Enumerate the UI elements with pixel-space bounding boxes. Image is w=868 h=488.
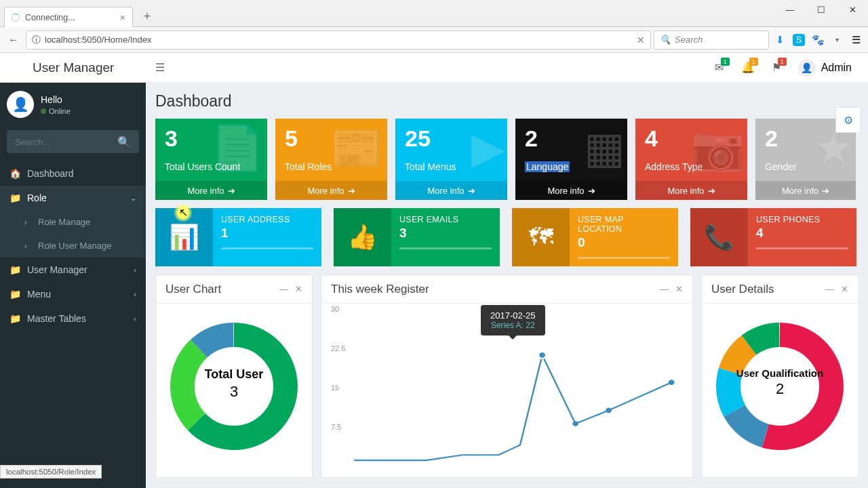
arrow-right-icon: ➔ [822,186,829,196]
menu-icon[interactable]: ☰ [848,32,864,48]
loading-spinner-icon [12,14,20,22]
more-info-link[interactable]: More info➔ [395,181,507,200]
url-input[interactable]: ⓘ localhost:5050/Home/Index ✕ [26,30,651,49]
info-value: 4 [756,226,848,241]
sidebar-search-input[interactable] [15,137,117,147]
user-greeting: Hello [41,94,71,105]
ytick: 15 [331,384,339,392]
more-info-link[interactable]: More info➔ [635,181,747,200]
info-icon: 👍 [334,208,391,266]
close-tab-icon[interactable]: × [120,12,125,23]
info-title: USER EMAILS [399,215,492,224]
stat-box-0[interactable]: 3 Total Users Count 📄 More info➔ [155,119,267,200]
minimize-button[interactable]: — [774,0,806,19]
close-window-button[interactable]: ✕ [837,0,868,19]
app-root: User Manager 👤 Hello Online 🔍 🏠Dashboard… [0,53,868,488]
search-placeholder: Search [675,35,703,45]
info-title: USER MAP LOCATION [578,215,670,234]
flags-icon[interactable]: ⚑1 [763,54,790,81]
panel-title: User Chart [165,283,221,296]
info-value: 3 [399,226,492,241]
messages-badge: 1 [721,58,730,66]
svg-point-5 [606,408,612,413]
svg-point-6 [669,380,675,385]
info-box-1[interactable]: 👍 USER EMAILS 3 [334,208,500,266]
nav-role[interactable]: 📁Role⌄ [0,186,146,210]
more-info-link[interactable]: More info➔ [275,181,387,200]
donut-total-user: Total User 3 [166,319,302,454]
content: Dashboard 3 Total Users Count 📄 More inf… [146,83,868,478]
more-info-link[interactable]: More info➔ [515,181,627,200]
brand-logo[interactable]: User Manager [0,53,146,83]
info-box-2[interactable]: 🗺 USER MAP LOCATION 0 [512,208,678,266]
tooltip-series: Series A: 22 [490,321,536,330]
sidebar-search[interactable]: 🔍 [7,130,139,153]
collapse-icon[interactable]: — [825,284,834,294]
close-icon[interactable]: ✕ [841,284,848,294]
download-icon[interactable]: ⬇ [772,32,788,48]
url-text: localhost:5050/Home/Index [45,35,152,45]
search-icon[interactable]: 🔍 [117,136,131,148]
dashboard-icon: 🏠 [9,168,20,179]
donut-value: 3 [166,383,302,401]
nav-role-user-manage[interactable]: ›Role User Manage [0,234,146,258]
collapse-icon[interactable]: — [660,284,669,294]
maximize-button[interactable]: ☐ [806,0,837,19]
info-value: 1 [221,226,313,241]
sidebar-toggle-icon[interactable]: ☰ [155,61,165,74]
chevron-left-icon: ‹ [134,314,136,323]
new-tab-button[interactable]: + [138,9,156,24]
nav-user-manager[interactable]: 📁User Manager‹ [0,258,146,282]
page-title: Dashboard [155,92,859,110]
folder-icon: 📁 [9,264,20,275]
clear-url-icon[interactable]: ✕ [637,35,645,45]
cursor-icon: ↖ [179,206,188,219]
arrow-right-icon: ➔ [348,186,355,196]
back-button[interactable]: ← [4,30,23,49]
tooltip-date: 2017-02-25 [490,310,536,321]
panel-user-details: User Details —✕ [701,274,859,478]
nav-menu[interactable]: 📁Menu‹ [0,282,146,306]
more-info-link[interactable]: More info➔ [755,181,856,200]
skype-icon[interactable]: S [791,32,807,48]
close-icon[interactable]: ✕ [295,284,302,294]
user-panel: 👤 Hello Online [0,83,146,126]
stat-bg-icon: 📄 [210,123,264,174]
user-status: Online [41,107,71,115]
browser-search[interactable]: 🔍 Search [654,30,769,49]
sidebar: User Manager 👤 Hello Online 🔍 🏠Dashboard… [0,53,146,488]
panel-user-chart: User Chart —✕ Total User [155,274,313,478]
avatar: 👤 [798,59,816,77]
arrow-right-icon: ➔ [588,186,595,196]
nav-master-tables[interactable]: 📁Master Tables‹ [0,306,146,331]
stat-box-2[interactable]: 25 Total Menus ▶ More info➔ [395,119,507,200]
admin-menu[interactable]: 👤 Admin [791,59,859,77]
nav-dashboard[interactable]: 🏠Dashboard [0,161,146,186]
flags-badge: 1 [778,58,787,66]
avatar[interactable]: 👤 [7,91,34,118]
messages-icon[interactable]: ✉1 [706,54,733,81]
browser-tab[interactable]: Connecting... × [4,7,133,27]
ytick: 7.5 [331,423,341,431]
donut-user-qualification: User Qualification 2 [712,319,848,454]
close-icon[interactable]: ✕ [675,284,683,294]
more-info-link[interactable]: More info➔ [155,181,267,200]
stat-box-3[interactable]: 2 Language ▦ More info➔ [515,119,627,200]
tab-title: Connecting... [25,13,75,22]
arrow-right-icon: ➔ [468,186,475,196]
stat-box-4[interactable]: 4 Address Type 📷 More info➔ [635,119,747,200]
ytick: 22.5 [331,344,345,352]
nav-role-manage[interactable]: ›Role Manage [0,210,146,234]
settings-gear-icon[interactable]: ⚙ [835,107,861,133]
info-box-3[interactable]: 📞 USER PHONES 4 [690,208,856,266]
progress-bar [578,257,670,259]
collapse-icon[interactable]: — [279,284,288,294]
address-bar: ← ⓘ localhost:5050/Home/Index ✕ 🔍 Search… [0,27,868,53]
donut-title: Total User [166,367,302,382]
panel-title: User Details [711,283,774,296]
extension-chevron-icon[interactable]: ▾ [829,32,845,48]
notifications-icon[interactable]: 🔔1 [734,54,762,81]
window-controls: — ☐ ✕ [774,0,868,19]
stat-box-1[interactable]: 5 Total Roles 📰 More info➔ [275,119,387,200]
extension-icon[interactable]: 🐾 [810,32,826,48]
